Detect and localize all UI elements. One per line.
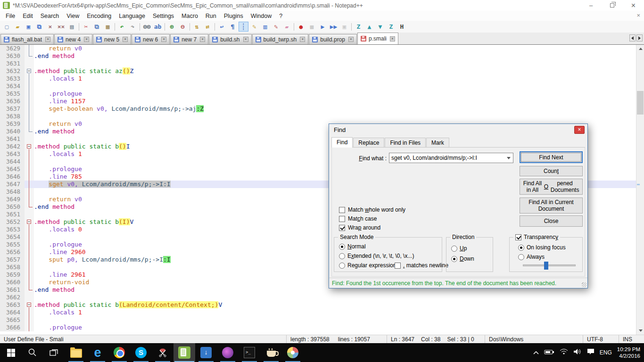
tab-new-4[interactable]: new 4×	[54, 34, 92, 44]
code-text[interactable]	[34, 60, 644, 67]
tab-find-in-files[interactable]: Find in Files	[385, 138, 426, 147]
scrollbar-down-icon[interactable]	[636, 327, 644, 335]
menu-item-file[interactable]: File	[2, 12, 19, 20]
tab-new-5[interactable]: new 5×	[93, 34, 131, 44]
print-icon[interactable]: ▤	[67, 22, 77, 32]
menu-item-search[interactable]: Search	[37, 12, 63, 20]
menu-item-view[interactable]: View	[63, 12, 83, 20]
code-text[interactable]	[34, 113, 644, 120]
find-all-in-all-opened-documents-button[interactable]: Find All in All Opened Documents	[520, 179, 583, 195]
open-file-icon[interactable]: ▰	[13, 22, 23, 32]
code-text[interactable]: .locals 1	[34, 309, 644, 316]
code-line[interactable]: 3634	[0, 82, 644, 90]
tab-close-icon[interactable]: ×	[348, 37, 354, 42]
code-text[interactable]	[34, 82, 644, 90]
radio-icon[interactable]	[451, 246, 457, 252]
code-text[interactable]: .prologue	[34, 90, 644, 98]
transparency-always-radio[interactable]: Always	[518, 254, 545, 260]
zoom-in-icon[interactable]: ⊕	[167, 22, 177, 32]
find-dialog-close-icon[interactable]: ×	[574, 126, 585, 134]
macro-stop-icon[interactable]: ■	[307, 22, 317, 32]
find-icon[interactable]: ⊙⊙	[142, 22, 152, 32]
menu-item-settings[interactable]: Settings	[149, 12, 178, 20]
find-what-combobox[interactable]: sget v0, Lcom/android/mms/p;->I:I	[389, 153, 513, 163]
menu-item-encoding[interactable]: Encoding	[83, 12, 115, 20]
scrollbar-up-icon[interactable]	[636, 45, 644, 53]
tab-close-icon[interactable]: ×	[45, 37, 50, 42]
match-whole-word-checkbox[interactable]: Match whole word only	[339, 206, 405, 213]
macro-play-icon[interactable]: ▶	[318, 22, 328, 32]
code-text[interactable]: return v0	[34, 45, 644, 52]
language-indicator[interactable]: ENG	[600, 349, 612, 356]
tab-new-6[interactable]: new 6×	[132, 34, 170, 44]
tab-close-icon[interactable]: ×	[84, 37, 89, 42]
cut-icon[interactable]: ✂	[81, 22, 91, 32]
taskbar-app-command-prompt[interactable]: >_	[239, 343, 260, 362]
code-line[interactable]: 3630.end method	[0, 52, 644, 60]
plugin-5-icon[interactable]: H	[397, 22, 407, 32]
checkbox-checked-icon[interactable]	[515, 234, 521, 240]
code-line[interactable]: 3663.method public static b(Landroid/con…	[0, 301, 644, 309]
radio-icon[interactable]	[339, 253, 345, 259]
code-line[interactable]: 3633 .locals 1	[0, 75, 644, 82]
macro-save-icon[interactable]: ▣	[339, 22, 349, 32]
function-list-icon[interactable]: ✎	[271, 22, 281, 32]
restore-button[interactable]	[602, 0, 623, 11]
tab-close-icon[interactable]: ×	[300, 37, 305, 42]
user-defined-language-icon[interactable]: ✎	[249, 22, 259, 32]
fold-margin[interactable]	[25, 67, 34, 75]
taskbar-app-search[interactable]	[22, 343, 43, 362]
tab-scroll-left-button[interactable]	[629, 34, 636, 41]
search-mode-regex-radio[interactable]: Regular expression	[339, 262, 396, 269]
code-line[interactable]: 3629 return v0	[0, 45, 644, 52]
code-text[interactable]: .method public static b(Landroid/content…	[34, 301, 644, 309]
zoom-out-icon[interactable]: ⊖	[178, 22, 188, 32]
search-mode-extended-radio[interactable]: Extended (\n, \r, \t, \0, \x...)	[339, 253, 414, 259]
menu-item-macro[interactable]: Macro	[178, 12, 202, 20]
find-all-in-current-document-button[interactable]: Find All in Current Document	[520, 197, 583, 214]
new-file-icon[interactable]: ▢	[2, 22, 12, 32]
tab-build-prop[interactable]: build.prop×	[309, 34, 357, 44]
code-text[interactable]: .end method	[34, 52, 644, 60]
transparency-on-losing-focus-radio[interactable]: On losing focus	[518, 244, 566, 251]
transparency-slider-thumb[interactable]	[544, 262, 548, 270]
scrollbar-thumb[interactable]	[637, 91, 644, 114]
taskbar-app-coffee-app[interactable]	[260, 343, 282, 362]
close-all-documents-icon[interactable]: ××	[56, 22, 66, 32]
sync-vertical-scroll-icon[interactable]: ⇅	[192, 22, 202, 32]
volume-icon[interactable]	[573, 348, 582, 357]
code-line[interactable]: 3636 .line 1157	[0, 98, 644, 105]
match-case-checkbox[interactable]: Match case	[339, 215, 377, 222]
show-all-characters-icon[interactable]: ¶	[228, 22, 238, 32]
taskbar-app-snipping-tool[interactable]	[152, 343, 173, 362]
fold-collapse-icon[interactable]	[27, 303, 31, 307]
find-next-button[interactable]: Find Next	[520, 151, 583, 163]
tab-build-sh[interactable]: build.sh×	[209, 34, 251, 44]
direction-up-radio[interactable]: Up	[451, 245, 467, 252]
clock[interactable]: 10:29 PM 4/2/2016	[617, 346, 640, 359]
fold-collapse-icon[interactable]	[27, 144, 31, 148]
menu-item-help[interactable]: ?	[275, 12, 286, 20]
folder-as-workspace-icon[interactable]: ▰	[282, 22, 292, 32]
macro-run-multiple-icon[interactable]: ▶▶	[329, 22, 339, 32]
tab-close-icon[interactable]: ×	[243, 37, 248, 42]
macro-record-icon[interactable]: ●	[296, 22, 306, 32]
transparency-slider[interactable]	[523, 264, 576, 266]
vertical-scrollbar[interactable]	[636, 45, 644, 335]
checkbox-checked-icon[interactable]	[339, 225, 345, 231]
code-text[interactable]	[34, 316, 644, 324]
taskbar-app-blue-arrow-app[interactable]: ↓	[195, 343, 217, 362]
minimize-button[interactable]: –	[580, 0, 602, 11]
taskbar-app-chrome[interactable]	[108, 343, 130, 362]
save-file-icon[interactable]: ▣	[24, 22, 33, 32]
document-map-icon[interactable]: ▥	[260, 22, 270, 32]
battery-icon[interactable]	[544, 348, 554, 357]
wrap-around-checkbox[interactable]: Wrap around	[339, 224, 380, 231]
undo-icon[interactable]: ↶	[117, 22, 127, 32]
menu-item-plugins[interactable]: Plugins	[220, 12, 247, 20]
tab-mark[interactable]: Mark	[426, 138, 449, 147]
sync-horizontal-scroll-icon[interactable]: ⇄	[203, 22, 213, 32]
close-find-dialog-button[interactable]: Close	[520, 215, 583, 227]
word-wrap-icon[interactable]: ↩	[217, 22, 227, 32]
plugin-3-icon[interactable]: ▼	[375, 22, 385, 32]
